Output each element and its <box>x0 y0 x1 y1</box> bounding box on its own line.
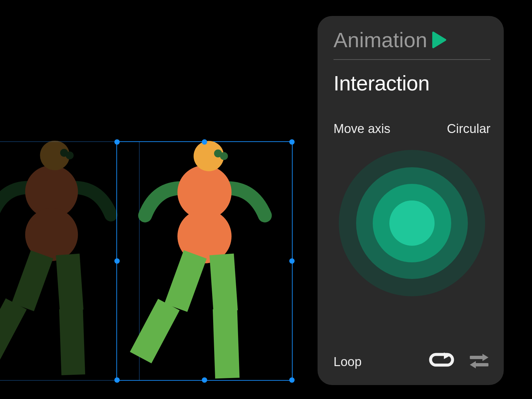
selection-handle[interactable] <box>289 377 295 383</box>
figure-graphic <box>117 142 292 380</box>
move-axis-value: Circular <box>447 122 490 136</box>
svg-rect-8 <box>59 309 85 375</box>
frame-selected[interactable] <box>116 141 293 381</box>
svg-point-13 <box>220 152 228 160</box>
divider <box>333 59 490 60</box>
panel-header: Animation <box>333 28 490 52</box>
svg-rect-22 <box>470 356 483 359</box>
svg-rect-14 <box>164 250 206 312</box>
move-axis-label: Move axis <box>333 122 390 136</box>
svg-rect-23 <box>475 363 488 366</box>
loop-label: Loop <box>333 355 362 369</box>
selection-handle[interactable] <box>114 258 120 264</box>
selection-handle[interactable] <box>114 139 120 145</box>
svg-rect-16 <box>209 254 238 312</box>
panel-title: Animation <box>333 28 427 52</box>
selection-handle[interactable] <box>289 139 295 145</box>
loop-icon[interactable] <box>428 352 456 371</box>
svg-rect-15 <box>130 299 180 363</box>
svg-rect-6 <box>0 298 27 362</box>
svg-point-21 <box>389 200 435 246</box>
move-axis-row[interactable]: Move axis Circular <box>333 122 490 136</box>
swap-arrows-icon[interactable] <box>468 352 490 372</box>
circular-control[interactable] <box>335 147 488 300</box>
svg-rect-7 <box>56 254 83 311</box>
loop-row: Loop <box>333 352 490 372</box>
selection-handle[interactable] <box>202 139 207 145</box>
section-title: Interaction <box>333 71 490 95</box>
svg-rect-5 <box>12 250 53 311</box>
svg-rect-17 <box>213 309 240 379</box>
selection-handle[interactable] <box>114 377 120 383</box>
animation-panel: Animation Interaction Move axis Circular… <box>318 16 504 385</box>
selection-handle[interactable] <box>202 377 207 383</box>
svg-point-4 <box>66 152 74 160</box>
play-icon[interactable] <box>432 31 447 49</box>
selection-handle[interactable] <box>289 258 295 264</box>
